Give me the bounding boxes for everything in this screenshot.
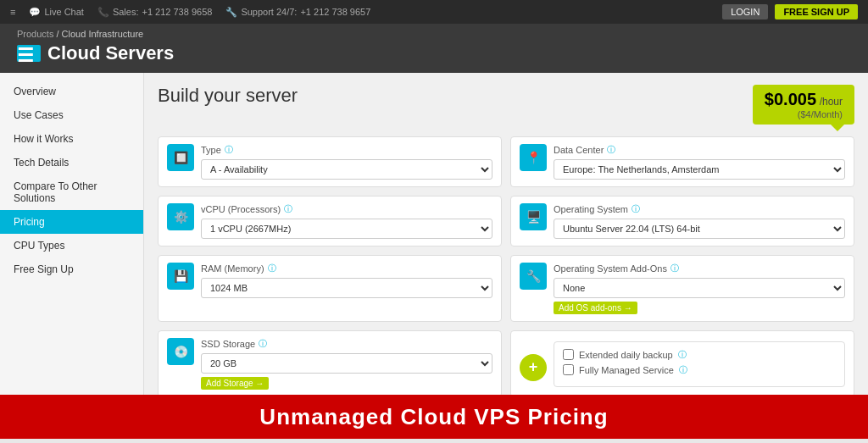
login-button[interactable]: LOGIN	[722, 4, 768, 19]
datacenter-icon: 📍	[520, 144, 547, 171]
datacenter-info-icon[interactable]: ⓘ	[607, 144, 615, 156]
main-layout: Overview Use Cases How it Works Tech Det…	[0, 73, 868, 395]
vcpu-info-icon[interactable]: ⓘ	[284, 203, 292, 215]
build-title: Build your server	[158, 85, 298, 107]
managed-info-icon[interactable]: ⓘ	[679, 364, 687, 376]
extended-backup-checkbox[interactable]	[563, 349, 574, 360]
type-select[interactable]: A - Availability	[201, 159, 492, 180]
sidebar-item-compare[interactable]: Compare To Other Solutions	[0, 174, 143, 210]
os-addons-info-icon[interactable]: ⓘ	[670, 263, 679, 274]
support-icon: 🔧	[225, 7, 237, 18]
sidebar-item-use-cases[interactable]: Use Cases	[0, 103, 143, 127]
extended-backup-row: Extended daily backup ⓘ	[563, 349, 836, 361]
menu-toggle[interactable]: ≡	[10, 7, 15, 17]
ssd-select[interactable]: 20 GB	[201, 353, 492, 374]
os-addons-link[interactable]: Add OS add-ons →	[554, 302, 637, 314]
type-info-icon[interactable]: ⓘ	[225, 144, 233, 156]
datacenter-content: Data Center ⓘ Europe: The Netherlands, A…	[554, 144, 845, 180]
os-addons-select[interactable]: None	[554, 278, 845, 298]
vcpu-select[interactable]: 1 vCPU (2667MHz)	[201, 219, 492, 239]
sidebar-item-overview[interactable]: Overview	[0, 80, 143, 103]
content-header: Build your server $0.005 /hour ($4/Month…	[158, 85, 854, 125]
ram-icon: 💾	[167, 263, 194, 290]
plus-icon: +	[520, 354, 547, 381]
addons-config: + Extended daily backup ⓘ Fully Managed …	[510, 330, 854, 395]
price-badge: $0.005 /hour ($4/Month)	[753, 85, 854, 125]
os-label: Operating System ⓘ	[554, 203, 845, 215]
price-unit: /hour	[820, 96, 843, 108]
os-addons-icon: 🔧	[520, 263, 547, 290]
price-month: ($4/Month)	[765, 109, 843, 119]
breadcrumb-cloud-infra: Cloud Infrastructure	[62, 29, 144, 39]
type-content: Type ⓘ A - Availability	[201, 144, 492, 180]
ram-content: RAM (Memory) ⓘ 1024 MB	[201, 263, 492, 298]
ssd-content: SSD Storage ⓘ 20 GB Add Storage →	[201, 338, 492, 390]
type-label: Type ⓘ	[201, 144, 492, 156]
os-config: 🖥️ Operating System ⓘ Ubuntu Server 22.0…	[510, 196, 854, 246]
live-chat-link[interactable]: 💬 Live Chat	[29, 7, 83, 18]
top-navigation: ≡ 💬 Live Chat 📞 Sales: +1 212 738 9658 🔧…	[0, 0, 868, 24]
page-title: ☰ Cloud Servers	[17, 42, 851, 64]
bottom-banner-text: Unmanaged Cloud VPS Pricing	[259, 404, 608, 430]
ssd-info-icon[interactable]: ⓘ	[259, 338, 267, 350]
sidebar: Overview Use Cases How it Works Tech Det…	[0, 73, 144, 395]
bottom-banner: Unmanaged Cloud VPS Pricing	[0, 395, 868, 439]
ssd-config: 💿 SSD Storage ⓘ 20 GB Add Storage →	[158, 330, 502, 395]
breadcrumb-products[interactable]: Products	[17, 29, 53, 39]
title-bar: Products / Cloud Infrastructure ☰ Cloud …	[0, 24, 868, 73]
os-content: Operating System ⓘ Ubuntu Server 22.04 (…	[554, 203, 845, 239]
ram-config: 💾 RAM (Memory) ⓘ 1024 MB	[158, 255, 502, 322]
datacenter-config: 📍 Data Center ⓘ Europe: The Netherlands,…	[510, 136, 854, 187]
vcpu-icon: ⚙️	[167, 203, 194, 230]
os-info-icon[interactable]: ⓘ	[632, 203, 640, 215]
sidebar-item-free-signup[interactable]: Free Sign Up	[0, 257, 143, 281]
breadcrumb: Products / Cloud Infrastructure	[17, 29, 851, 39]
ram-label: RAM (Memory) ⓘ	[201, 263, 492, 274]
sidebar-item-how-it-works[interactable]: How it Works	[0, 127, 143, 151]
sidebar-item-tech-details[interactable]: Tech Details	[0, 151, 143, 174]
sidebar-item-pricing[interactable]: Pricing	[0, 210, 143, 234]
ssd-icon: 💿	[167, 338, 194, 365]
sidebar-item-cpu-types[interactable]: CPU Types	[0, 234, 143, 257]
sales-phone[interactable]: 📞 Sales: +1 212 738 9658	[97, 7, 212, 18]
ram-select[interactable]: 1024 MB	[201, 278, 492, 298]
type-config: 🔲 Type ⓘ A - Availability	[158, 136, 502, 187]
support-phone[interactable]: 🔧 Support 24/7: +1 212 738 9657	[225, 7, 370, 18]
ram-info-icon[interactable]: ⓘ	[268, 263, 276, 274]
fully-managed-checkbox[interactable]	[563, 364, 574, 375]
os-select[interactable]: Ubuntu Server 22.04 (LTS) 64-bit	[554, 219, 845, 239]
datacenter-select[interactable]: Europe: The Netherlands, Amsterdam	[554, 159, 845, 180]
vcpu-config: ⚙️ vCPU (Processors) ⓘ 1 vCPU (2667MHz)	[158, 196, 502, 246]
ssd-label: SSD Storage ⓘ	[201, 338, 492, 350]
os-icon: 🖥️	[520, 203, 547, 230]
os-addons-config: 🔧 Operating System Add-Ons ⓘ None Add OS…	[510, 255, 854, 322]
fully-managed-row: Fully Managed Service ⓘ	[563, 364, 836, 376]
cloud-servers-icon: ☰	[17, 45, 41, 62]
price-value: $0.005	[765, 90, 816, 108]
os-addons-label: Operating System Add-Ons ⓘ	[554, 263, 845, 274]
chat-icon: 💬	[29, 7, 41, 18]
ssd-add-link[interactable]: Add Storage →	[201, 377, 269, 390]
free-signup-button[interactable]: FREE SIGN UP	[775, 4, 858, 19]
vcpu-label: vCPU (Processors) ⓘ	[201, 203, 492, 215]
backup-info-icon[interactable]: ⓘ	[678, 349, 687, 361]
hamburger-icon: ≡	[10, 7, 15, 17]
type-icon: 🔲	[167, 144, 194, 171]
content-area: Build your server $0.005 /hour ($4/Month…	[144, 73, 868, 395]
vcpu-content: vCPU (Processors) ⓘ 1 vCPU (2667MHz)	[201, 203, 492, 239]
os-addons-content: Operating System Add-Ons ⓘ None Add OS a…	[554, 263, 845, 314]
datacenter-label: Data Center ⓘ	[554, 144, 845, 156]
addon-area: Extended daily backup ⓘ Fully Managed Se…	[554, 341, 845, 387]
sales-icon: 📞	[97, 7, 109, 18]
config-grid: 🔲 Type ⓘ A - Availability 📍 Data Cente	[158, 136, 854, 395]
